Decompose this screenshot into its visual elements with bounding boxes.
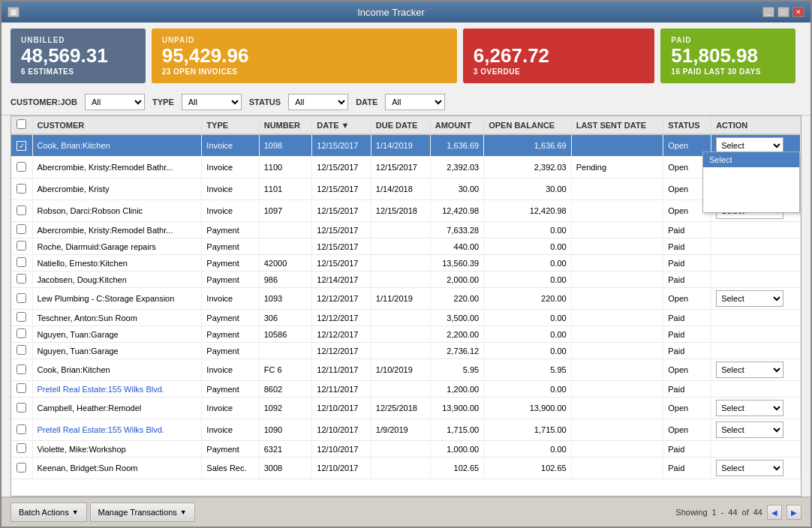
row-date: 12/15/2017 bbox=[312, 238, 371, 255]
type-select[interactable]: All bbox=[182, 94, 242, 110]
row-status: Open bbox=[663, 419, 711, 441]
row-due-date: 12/25/2018 bbox=[371, 398, 430, 419]
customer-job-select[interactable]: All bbox=[85, 94, 145, 110]
row-checkbox-cell bbox=[11, 157, 32, 178]
manage-transactions-button[interactable]: Manage Transactions ▼ bbox=[90, 502, 195, 522]
row-checkbox[interactable]: ✓ bbox=[17, 141, 26, 151]
row-date: 12/12/2017 bbox=[312, 310, 371, 326]
row-checkbox[interactable] bbox=[17, 328, 26, 338]
row-action-cell: SelectReceive PaymentPrintEmailSelectRec… bbox=[711, 134, 801, 157]
range-sep: - bbox=[721, 508, 724, 517]
select-all-header[interactable] bbox=[11, 116, 32, 134]
status-select[interactable]: All bbox=[288, 94, 348, 110]
col-due-date[interactable]: DUE DATE bbox=[371, 116, 430, 134]
row-last-sent bbox=[571, 398, 663, 419]
row-type: Sales Rec. bbox=[202, 458, 259, 479]
row-due-date: 1/11/2019 bbox=[371, 288, 430, 310]
action-select[interactable]: Select bbox=[716, 422, 783, 438]
row-checkbox[interactable] bbox=[17, 184, 26, 194]
row-date: 12/10/2017 bbox=[312, 441, 371, 458]
row-open-balance: 12,420.98 bbox=[484, 200, 572, 222]
table-row: Abercrombie, Kristy:Remodel Bathr...Paym… bbox=[11, 222, 801, 238]
action-select[interactable]: Select bbox=[716, 460, 783, 476]
row-type: Invoice bbox=[202, 359, 259, 381]
dropdown-option[interactable]: Email bbox=[703, 197, 799, 212]
row-checkbox-cell bbox=[11, 359, 32, 381]
row-open-balance: 102.65 bbox=[484, 458, 572, 479]
row-checkbox[interactable] bbox=[17, 312, 26, 322]
row-customer: Roche, Diarmuid:Garage repairs bbox=[32, 238, 202, 255]
row-checkbox[interactable] bbox=[17, 345, 26, 355]
close-button[interactable]: ✕ bbox=[792, 7, 804, 17]
row-number: 6321 bbox=[259, 441, 312, 458]
row-customer: Keenan, Bridget:Sun Room bbox=[32, 458, 202, 479]
row-date: 12/12/2017 bbox=[312, 343, 371, 359]
restore-button[interactable]: □ bbox=[777, 7, 789, 17]
col-amount[interactable]: AMOUNT bbox=[430, 116, 483, 134]
row-last-sent bbox=[571, 255, 663, 272]
row-checkbox[interactable] bbox=[17, 463, 26, 472]
batch-actions-button[interactable]: Batch Actions ▼ bbox=[11, 502, 87, 522]
row-last-sent bbox=[571, 272, 663, 288]
row-checkbox[interactable] bbox=[17, 162, 26, 172]
row-amount: 220.00 bbox=[430, 288, 483, 310]
col-last-sent[interactable]: LAST SENT DATE bbox=[571, 116, 663, 134]
col-customer[interactable]: CUSTOMER bbox=[32, 116, 202, 134]
row-checkbox[interactable] bbox=[17, 241, 26, 250]
row-number: 1100 bbox=[259, 157, 312, 178]
next-page-button[interactable]: ▶ bbox=[786, 505, 801, 520]
row-open-balance: 0.00 bbox=[484, 326, 572, 343]
col-type[interactable]: TYPE bbox=[202, 116, 259, 134]
col-date[interactable]: DATE ▼ bbox=[312, 116, 371, 134]
row-due-date bbox=[371, 343, 430, 359]
row-last-sent bbox=[571, 238, 663, 255]
row-checkbox[interactable] bbox=[17, 443, 26, 453]
row-amount: 102.65 bbox=[430, 458, 483, 479]
col-number[interactable]: NUMBER bbox=[259, 116, 312, 134]
row-number: 42000 bbox=[259, 255, 312, 272]
row-checkbox[interactable] bbox=[17, 424, 26, 434]
row-number: 8602 bbox=[259, 381, 312, 398]
row-open-balance: 0.00 bbox=[484, 343, 572, 359]
row-checkbox[interactable] bbox=[17, 206, 26, 215]
transactions-table: CUSTOMER TYPE NUMBER DATE ▼ DUE DATE AMO… bbox=[11, 116, 801, 479]
row-type: Payment bbox=[202, 310, 259, 326]
row-type: Payment bbox=[202, 222, 259, 238]
col-open-balance[interactable]: OPEN BALANCE bbox=[484, 116, 572, 134]
select-all-checkbox[interactable] bbox=[17, 119, 26, 129]
row-action-cell bbox=[711, 222, 801, 238]
status-label: STATUS bbox=[249, 98, 281, 106]
dropdown-option[interactable]: Select bbox=[703, 152, 799, 167]
row-checkbox[interactable] bbox=[17, 274, 26, 284]
action-select[interactable]: Select bbox=[716, 362, 783, 378]
row-amount: 1,000.00 bbox=[430, 441, 483, 458]
row-amount: 3,500.00 bbox=[430, 310, 483, 326]
window-icon: ▦ bbox=[8, 7, 20, 17]
row-checkbox[interactable] bbox=[17, 257, 26, 267]
row-checkbox[interactable] bbox=[17, 364, 26, 374]
col-status[interactable]: STATUS bbox=[663, 116, 711, 134]
paid-sub: 16 PAID LAST 30 DAYS bbox=[671, 68, 785, 76]
row-type: Invoice bbox=[202, 157, 259, 178]
row-amount: 5.95 bbox=[430, 359, 483, 381]
row-checkbox[interactable] bbox=[17, 403, 26, 412]
row-status: Paid bbox=[663, 441, 711, 458]
action-select[interactable]: Select bbox=[716, 290, 783, 307]
unpaid-label: UNPAID bbox=[162, 36, 447, 44]
row-action-cell bbox=[711, 272, 801, 288]
row-checkbox[interactable] bbox=[17, 383, 26, 393]
action-select[interactable]: Select bbox=[716, 400, 783, 416]
row-checkbox[interactable] bbox=[17, 293, 26, 303]
dropdown-option[interactable]: Receive Payment bbox=[703, 167, 799, 182]
row-status: Paid bbox=[663, 238, 711, 255]
row-checkbox[interactable] bbox=[17, 224, 26, 234]
date-select[interactable]: All bbox=[385, 94, 445, 110]
row-status: Paid bbox=[663, 310, 711, 326]
row-action-cell: Select bbox=[711, 398, 801, 419]
row-due-date: 1/14/2018 bbox=[371, 178, 430, 200]
showing-label: Showing bbox=[675, 508, 707, 517]
minimize-button[interactable]: _ bbox=[762, 7, 774, 17]
dropdown-option[interactable]: Print bbox=[703, 182, 799, 197]
prev-page-button[interactable]: ◀ bbox=[767, 505, 782, 520]
row-checkbox-cell bbox=[11, 326, 32, 343]
